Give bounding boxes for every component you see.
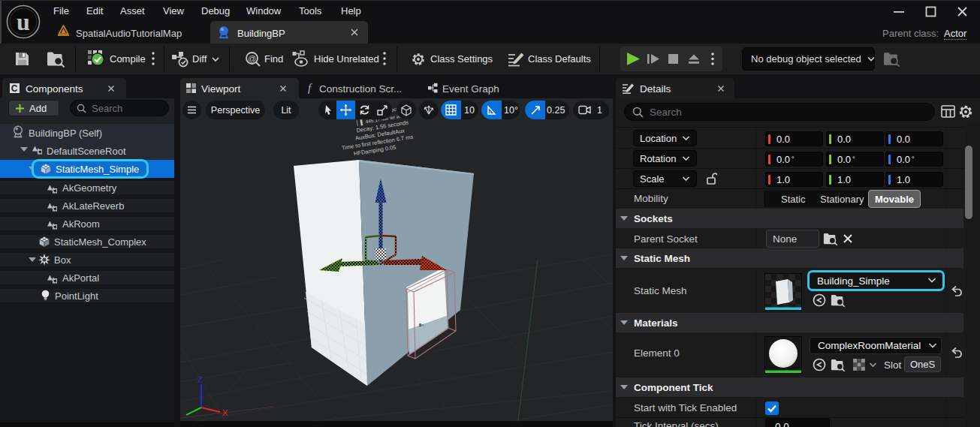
svg-text:C: C — [11, 83, 18, 94]
svg-text:@: @ — [248, 54, 256, 63]
svg-text:X: X — [222, 408, 228, 417]
svg-text:Z: Z — [198, 375, 203, 384]
